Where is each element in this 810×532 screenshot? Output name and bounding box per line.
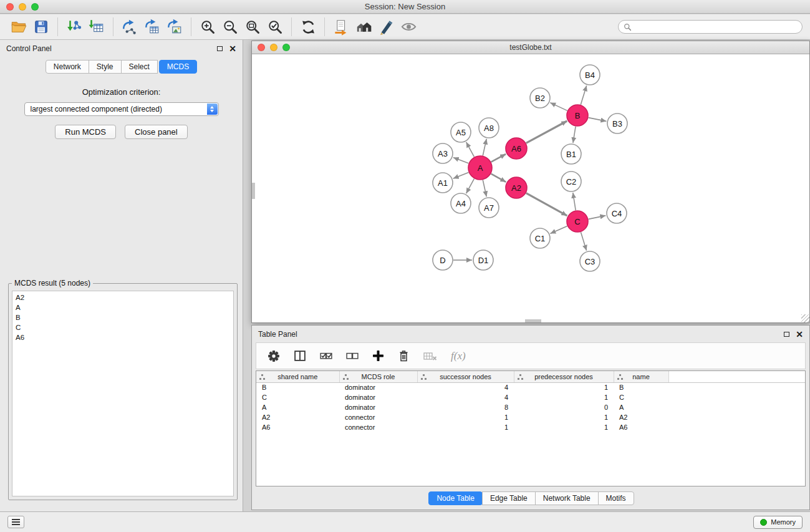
graph-edge-B-B3[interactable] [589,118,607,122]
column-header-MCDS-role[interactable]: MCDS role [339,371,417,382]
mcds-result-item[interactable]: A6 [12,332,233,342]
resize-grip[interactable] [801,314,809,322]
mcds-result-item[interactable]: A [12,302,233,312]
table-row[interactable]: Bdominator41B [256,382,805,392]
tab-network-table[interactable]: Network Table [535,491,599,505]
float-table-panel-icon[interactable] [784,332,789,337]
graph-edge-A-A3[interactable] [453,157,469,163]
close-panel-button[interactable]: Close panel [125,125,188,139]
mcds-result-item[interactable]: B [12,312,233,322]
graph-node-D1[interactable]: D1 [473,250,493,270]
deselect-all-button[interactable] [346,351,359,362]
birds-eye-button[interactable] [397,16,420,37]
mcds-result-item[interactable]: C [12,322,233,332]
graph-node-B[interactable]: B [567,105,588,126]
tab-style[interactable]: Style [89,60,122,74]
open-session-button[interactable] [7,16,30,37]
graph-edge-A-A7[interactable] [483,180,486,197]
create-column-button[interactable] [372,350,384,362]
graph-node-A5[interactable]: A5 [451,122,471,142]
table-row[interactable]: A6connector11A6 [256,422,805,432]
mcds-result-item[interactable]: A2 [12,293,233,302]
graph-node-A1[interactable]: A1 [433,173,453,193]
show-columns-button[interactable] [294,350,306,362]
tab-edge-table[interactable]: Edge Table [482,491,536,505]
close-table-panel-icon[interactable]: ✕ [796,331,803,337]
graph-node-A6[interactable]: A6 [506,138,527,159]
search-field[interactable] [618,20,803,34]
graph-node-C[interactable]: C [567,211,588,232]
optimization-criterion-dropdown[interactable]: largest connected component (directed) [24,102,219,116]
zoom-selected-button[interactable] [264,16,286,37]
vertical-scroll-thumb[interactable] [252,183,255,199]
graph-edge-A-A8[interactable] [483,139,486,156]
tab-network[interactable]: Network [46,60,89,74]
graph-node-A2[interactable]: A2 [506,177,527,198]
close-panel-icon[interactable]: ✕ [229,46,236,52]
apply-layout-button[interactable] [297,16,319,37]
graph-node-A3[interactable]: A3 [433,143,453,163]
zoom-fit-button[interactable] [241,16,264,37]
graph-edge-C-C1[interactable] [550,226,567,233]
graph-node-D[interactable]: D [433,250,453,270]
mcds-result-list[interactable]: A2ABCA6 [12,291,234,496]
graph-edge-B-B2[interactable] [550,103,567,111]
graph-edge-B-B1[interactable] [573,127,576,143]
graph-node-A4[interactable]: A4 [451,193,471,213]
first-neighbors-button[interactable] [330,16,352,37]
function-builder-button[interactable]: f(x) [451,350,466,362]
graph-node-A8[interactable]: A8 [479,118,499,138]
graph-edge-A6-B[interactable] [526,121,567,143]
graph-edge-A-A5[interactable] [466,142,475,157]
graph-edge-C-C4[interactable] [589,216,606,220]
task-history-button[interactable] [7,516,24,528]
graph-edge-A-A1[interactable] [453,172,469,178]
delete-table-button[interactable] [423,351,437,361]
network-window-titlebar[interactable]: testGlobe.txt [252,41,809,54]
graph-node-C4[interactable]: C4 [607,203,627,223]
tab-mcds[interactable]: MCDS [159,60,197,74]
export-network-button[interactable] [118,16,141,37]
graph-node-B4[interactable]: B4 [580,65,600,85]
column-header-name[interactable]: name [614,371,668,382]
graph-node-B2[interactable]: B2 [530,88,550,108]
tab-node-table[interactable]: Node Table [428,491,483,505]
horizontal-scroll-thumb[interactable] [525,319,541,322]
graph-node-A[interactable]: A [468,156,492,180]
delete-column-button[interactable] [398,350,410,362]
column-header-successor-nodes[interactable]: successor nodes [417,371,514,382]
graph-edge-B-B4[interactable] [581,85,586,105]
table-row[interactable]: A2connector11A2 [256,412,805,422]
table-row[interactable]: Adominator80A [256,402,805,412]
graph-node-C1[interactable]: C1 [530,228,550,248]
import-table-button[interactable] [85,16,108,37]
network-overview-button[interactable] [352,16,375,37]
zoom-in-button[interactable] [196,16,219,37]
network-canvas[interactable]: AA6A2BCA1A3A4A5A7A8B1B2B3B4C1C2C3C4DD1 [252,54,809,322]
tab-motifs[interactable]: Motifs [598,491,634,505]
graph-node-C2[interactable]: C2 [561,172,581,191]
tab-select[interactable]: Select [121,60,158,74]
export-table-button[interactable] [141,16,163,37]
table-settings-button[interactable] [268,350,280,362]
graph-node-A7[interactable]: A7 [479,198,499,218]
column-header-shared-name[interactable]: shared name [256,371,339,382]
column-header-predecessor-nodes[interactable]: predecessor nodes [514,371,614,382]
graph-node-C3[interactable]: C3 [580,251,600,271]
graph-edge-A2-C[interactable] [526,193,567,216]
graphics-details-button[interactable] [375,16,397,37]
export-image-button[interactable] [163,16,186,37]
graph-node-B3[interactable]: B3 [607,114,627,133]
graph-edge-C-C2[interactable] [573,193,576,210]
node-table-container[interactable]: shared nameMCDS rolesuccessor nodesprede… [256,370,806,486]
table-row[interactable]: Cdominator41C [256,392,805,402]
select-all-button[interactable] [320,351,332,362]
save-session-button[interactable] [30,16,52,37]
graph-edge-C-C3[interactable] [581,232,586,251]
float-panel-icon[interactable] [217,46,223,51]
graph-edge-A-A6[interactable] [491,154,506,162]
import-network-button[interactable] [63,16,85,37]
search-input[interactable] [635,22,797,31]
graph-edge-A-A4[interactable] [466,179,475,194]
run-mcds-button[interactable]: Run MCDS [55,125,116,139]
